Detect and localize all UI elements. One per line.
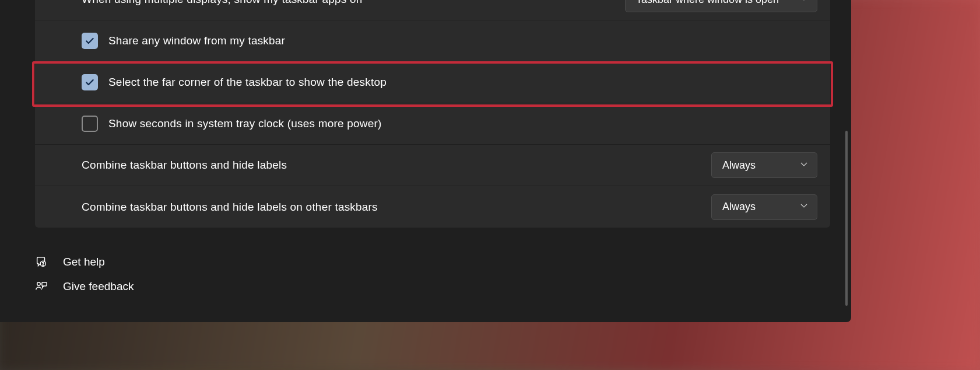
settings-panel: When using multiple displays, show my ta… xyxy=(0,0,851,322)
setting-label: When using multiple displays, show my ta… xyxy=(82,0,363,6)
setting-label: Select the far corner of the taskbar to … xyxy=(108,76,387,89)
panel-scrollbar[interactable] xyxy=(845,131,848,306)
dropdown-value: Taskbar where window is open xyxy=(636,0,779,6)
svg-point-2 xyxy=(37,282,40,286)
setting-row-combine: Combine taskbar buttons and hide labels … xyxy=(35,145,830,186)
setting-row-multidisplay: When using multiple displays, show my ta… xyxy=(35,0,830,20)
setting-label: Share any window from my taskbar xyxy=(108,34,285,47)
taskbar-behaviors-list: When using multiple displays, show my ta… xyxy=(35,0,830,228)
dropdown-value: Always xyxy=(722,201,756,213)
get-help-link[interactable]: Get help xyxy=(35,256,134,268)
chevron-down-icon xyxy=(788,0,809,6)
share-window-checkbox[interactable] xyxy=(82,33,98,49)
footer-link-label: Give feedback xyxy=(63,280,134,293)
setting-label: Combine taskbar buttons and hide labels … xyxy=(82,201,378,214)
chevron-down-icon xyxy=(788,159,809,172)
footer-link-label: Get help xyxy=(63,256,105,268)
svg-point-1 xyxy=(43,265,43,266)
give-feedback-link[interactable]: Give feedback xyxy=(35,280,134,293)
setting-row-far-corner: Select the far corner of the taskbar to … xyxy=(35,62,830,103)
show-seconds-checkbox[interactable] xyxy=(82,116,98,132)
help-icon xyxy=(35,256,48,268)
footer-links: Get help Give feedback xyxy=(35,256,134,293)
svg-rect-3 xyxy=(42,282,47,286)
combine-dropdown[interactable]: Always xyxy=(711,152,817,178)
setting-row-show-seconds: Show seconds in system tray clock (uses … xyxy=(35,103,830,145)
dropdown-value: Always xyxy=(722,159,756,172)
setting-label: Combine taskbar buttons and hide labels xyxy=(82,159,287,172)
chevron-down-icon xyxy=(788,201,809,213)
combine-other-dropdown[interactable]: Always xyxy=(711,194,817,220)
setting-row-combine-other: Combine taskbar buttons and hide labels … xyxy=(35,186,830,228)
far-corner-checkbox[interactable] xyxy=(82,74,98,90)
feedback-icon xyxy=(35,280,48,293)
multidisplay-dropdown[interactable]: Taskbar where window is open xyxy=(625,0,817,12)
setting-label: Show seconds in system tray clock (uses … xyxy=(108,117,381,130)
setting-row-share-window: Share any window from my taskbar xyxy=(35,20,830,62)
